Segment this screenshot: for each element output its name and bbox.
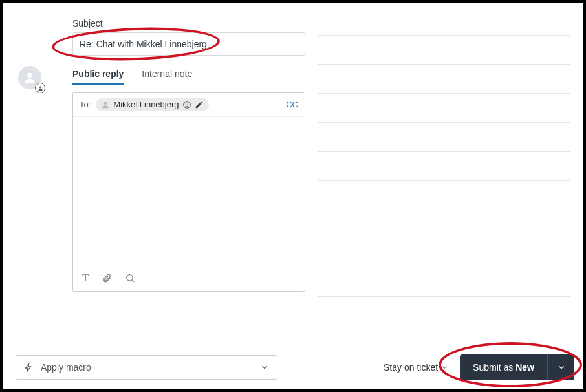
tab-public-reply[interactable]: Public reply xyxy=(72,69,124,85)
svg-point-5 xyxy=(127,275,133,281)
chevron-down-icon xyxy=(440,364,448,371)
avatar-status-badge xyxy=(35,83,45,93)
stay-on-ticket-dropdown[interactable]: Stay on ticket xyxy=(384,362,448,373)
apply-macro-label: Apply macro xyxy=(41,362,91,373)
submit-button[interactable]: Submit as New xyxy=(460,354,547,380)
submit-prefix: Submit as xyxy=(473,362,515,373)
search-icon[interactable] xyxy=(125,273,135,283)
apply-macro-button[interactable]: Apply macro xyxy=(16,355,277,380)
cc-button[interactable]: CC xyxy=(286,100,298,109)
svg-point-2 xyxy=(104,102,107,105)
side-panel xyxy=(318,3,570,297)
recipient-name: Mikkel Linnebjerg xyxy=(113,100,179,109)
submit-status-dropdown[interactable] xyxy=(547,354,574,380)
stay-on-ticket-label: Stay on ticket xyxy=(384,362,438,373)
svg-point-0 xyxy=(27,73,32,78)
submit-status: New xyxy=(515,362,534,373)
attachment-icon[interactable] xyxy=(102,273,112,283)
reply-body[interactable] xyxy=(73,116,305,265)
pencil-icon xyxy=(195,100,204,109)
avatar xyxy=(18,66,44,92)
svg-point-4 xyxy=(186,103,188,105)
subject-input[interactable] xyxy=(72,32,305,56)
chevron-down-icon xyxy=(557,363,566,372)
chevron-down-icon xyxy=(260,363,269,372)
tab-internal-note[interactable]: Internal note xyxy=(142,69,192,85)
lightning-icon xyxy=(24,362,33,373)
person-icon xyxy=(101,100,110,109)
reply-editor: To: Mikkel Linnebjerg CC T xyxy=(72,92,305,292)
svg-point-1 xyxy=(39,86,41,88)
to-label: To: xyxy=(80,100,91,109)
text-format-icon[interactable]: T xyxy=(82,272,89,285)
subject-label: Subject xyxy=(72,18,305,28)
user-circle-icon xyxy=(182,100,191,109)
recipient-chip[interactable]: Mikkel Linnebjerg xyxy=(96,98,208,111)
